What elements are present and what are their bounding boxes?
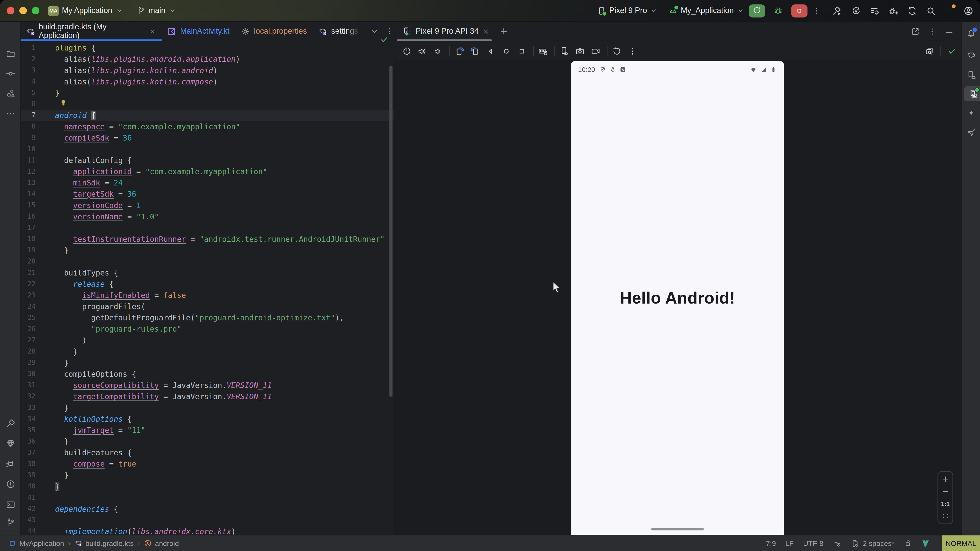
add-device-tab-icon[interactable] (499, 27, 508, 35)
code-line-37[interactable]: 37 buildFeatures { (21, 447, 394, 458)
zoom-out-icon[interactable] (942, 488, 949, 495)
code-line-36[interactable]: 36 } (21, 436, 394, 447)
code-line-4[interactable]: 4 alias(libs.plugins.kotlin.compose) (21, 76, 394, 87)
breadcrumb-item[interactable]: MyApplication (8, 539, 64, 547)
nav-overview-icon[interactable] (517, 46, 527, 56)
code-line-39[interactable]: 39 } (21, 470, 394, 481)
code-line-38[interactable]: 38 compose = true (21, 459, 394, 470)
code-line-2[interactable]: 2 alias(libs.plugins.android.application… (21, 54, 394, 65)
code-line-34[interactable]: 34 kotlinOptions { (21, 413, 394, 425)
emulator-screen[interactable]: 10:20 A Hello Android! (571, 61, 784, 535)
code-line-42[interactable]: 42dependencies { (21, 503, 394, 515)
code-line-10[interactable]: 10 (21, 144, 394, 155)
code-line-11[interactable]: 11 defaultConfig { (21, 155, 394, 166)
device-selector[interactable]: Pixel 9 Pro (597, 6, 658, 15)
code-line-25[interactable]: 25 getDefaultProguardFile("proguard-andr… (21, 312, 394, 324)
vcs-branch-widget[interactable]: main (137, 6, 176, 15)
editor-tab-MainActivity.kt[interactable]: MainActivity.kt (162, 22, 236, 41)
tool-project-icon[interactable] (0, 46, 21, 62)
code-line-6[interactable]: 6 (21, 99, 394, 110)
inspect-icon[interactable] (925, 46, 934, 56)
volume-up-icon[interactable] (417, 46, 428, 56)
breadcrumb-item[interactable]: build.gradle.kts (74, 539, 134, 547)
maximize-window-button[interactable] (32, 7, 39, 14)
indent-widget[interactable]: 2 spaces* (851, 539, 894, 548)
code-line-20[interactable]: 20 (21, 256, 394, 267)
zoom-in-icon[interactable] (942, 475, 949, 483)
power-icon[interactable] (402, 46, 412, 56)
vim-plugin-icon[interactable] (921, 539, 930, 548)
tool-logcat-icon[interactable] (0, 457, 21, 473)
code-line-41[interactable]: 41 (21, 492, 394, 503)
device-tab[interactable]: Pixel 9 Pro API 34 (394, 22, 494, 41)
profile-icon[interactable] (963, 5, 974, 16)
code-line-17[interactable]: 17 (21, 222, 394, 233)
chevron-down-icon[interactable] (370, 27, 379, 35)
tool-commit-icon[interactable] (0, 65, 21, 82)
stop-button[interactable] (791, 4, 808, 17)
check-icon[interactable] (948, 46, 956, 55)
close-icon[interactable] (150, 28, 156, 34)
code-line-32[interactable]: 32 targetCompatibility = JavaVersion.VER… (21, 391, 394, 402)
tool-firebase-plane-icon[interactable] (962, 124, 980, 141)
run-configuration-selector[interactable]: My_Application (668, 6, 745, 15)
line-separator-widget[interactable]: LF (785, 540, 794, 547)
intention-bulb-icon[interactable] (60, 99, 67, 111)
code-line-8[interactable]: 8 namespace = "com.example.myapplication… (21, 121, 394, 132)
settings-icon[interactable] (944, 5, 955, 16)
encoding-widget[interactable]: UTF-8 (803, 540, 824, 547)
inspections-ok-icon[interactable] (380, 36, 388, 44)
code-line-43[interactable]: 43 (21, 515, 394, 526)
close-icon[interactable] (482, 28, 489, 35)
volume-down-icon[interactable] (433, 46, 443, 56)
tool-gradle-icon[interactable] (962, 48, 980, 64)
minimize-window-button[interactable] (19, 7, 27, 14)
window-controls[interactable] (7, 7, 39, 14)
zoom-actual-size-button[interactable]: 1:1 (941, 500, 950, 507)
code-line-31[interactable]: 31 sourceCompatibility = JavaVersion.VER… (21, 380, 394, 391)
code-line-23[interactable]: 23 isMinifyEnabled = false (21, 290, 394, 301)
code-line-35[interactable]: 35 jvmTarget = "11" (21, 425, 394, 436)
code-line-44[interactable]: 44 implementation(libs.androidx.core.ktx… (21, 526, 394, 535)
kebab-icon[interactable] (628, 46, 638, 56)
tool-device-manager-icon[interactable] (962, 67, 980, 83)
code-line-27[interactable]: 27 ) (21, 335, 394, 346)
rotate-left-icon[interactable] (454, 46, 464, 56)
nav-back-icon[interactable] (486, 46, 496, 56)
code-line-13[interactable]: 13 minSdk = 24 (21, 178, 394, 189)
rotate-right-icon[interactable] (470, 46, 480, 56)
open-in-new-window-icon[interactable] (911, 27, 920, 36)
tool-gemini-sparkle-icon[interactable] (962, 106, 980, 122)
kebab-icon[interactable] (385, 27, 394, 35)
editor-tab-settings.g[interactable]: settings.g (313, 22, 366, 41)
code-editor[interactable]: 1plugins {2 alias(libs.plugins.android.a… (21, 41, 394, 535)
reset-icon[interactable] (612, 46, 622, 56)
sync-gradle-icon[interactable] (907, 5, 918, 16)
close-window-button[interactable] (7, 7, 14, 14)
code-line-16[interactable]: 16 versionName = "1.0" (21, 211, 394, 222)
attach-debugger-icon[interactable] (888, 5, 899, 16)
ai-assistant-disabled-icon[interactable] (833, 539, 842, 548)
code-line-21[interactable]: 21 buildTypes { (21, 267, 394, 279)
camera-icon[interactable] (575, 46, 585, 56)
code-line-5[interactable]: 5} (21, 87, 394, 99)
code-line-29[interactable]: 29 } (21, 357, 394, 368)
tool-resource-manager-icon[interactable] (0, 85, 21, 101)
tool-terminal-icon[interactable] (0, 497, 21, 513)
tool-gemini-gem-icon[interactable] (0, 435, 21, 452)
code-line-9[interactable]: 9 compileSdk = 36 (21, 132, 394, 144)
code-line-33[interactable]: 33 } (21, 402, 394, 413)
hide-icon[interactable] (944, 27, 954, 36)
code-line-1[interactable]: 1plugins { (21, 43, 394, 54)
code-line-15[interactable]: 15 versionCode = 1 (21, 200, 394, 211)
nav-home-icon[interactable] (501, 46, 511, 56)
code-line-22[interactable]: 22 release { (21, 279, 394, 290)
tool-version-control-icon[interactable] (0, 514, 21, 530)
run-more-options-icon[interactable] (812, 6, 821, 15)
apply-code-icon[interactable] (870, 5, 880, 16)
code-line-18[interactable]: 18 testInstrumentationRunner = "androidx… (21, 233, 394, 245)
editor-tab-build.gradle.kts[interactable]: build.gradle.kts (My Application) (21, 22, 162, 41)
editor-tab-local.properties[interactable]: local.properties (236, 22, 313, 41)
caret-position-widget[interactable]: 7:9 (766, 540, 776, 547)
video-icon[interactable] (590, 46, 600, 56)
